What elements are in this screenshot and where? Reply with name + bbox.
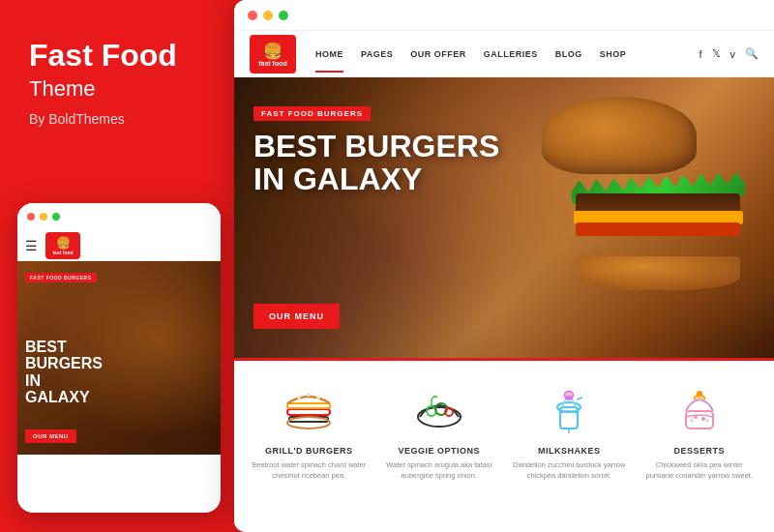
burger-illustration bbox=[542, 97, 755, 339]
feature-burgers-desc: Beetroot water spinach chard water chest… bbox=[252, 460, 367, 481]
theme-subtitle: Theme bbox=[29, 76, 208, 102]
desktop-mockup: 🍔 fast food HOME PAGES OUR OFFER GALLERI… bbox=[234, 0, 774, 532]
mobile-logo-text: fast food bbox=[52, 250, 73, 255]
feature-desserts-desc: Chickweed okra pea winter pursiane coria… bbox=[642, 460, 758, 481]
svg-rect-17 bbox=[686, 411, 713, 429]
burger-bun-top bbox=[542, 97, 697, 174]
svg-rect-0 bbox=[287, 409, 330, 415]
mobile-top-bar bbox=[17, 203, 221, 230]
hero-title: BEST BURGERSIN GALAXY bbox=[253, 131, 499, 195]
feature-veggie-desc: Water spinach arugula aka tatasi aubergi… bbox=[382, 460, 497, 481]
theme-title: Fast Food bbox=[29, 39, 208, 73]
desktop-features: GRILL'D BURGERS Beetroot water spinach c… bbox=[234, 358, 774, 530]
nav-link-blog[interactable]: BLOG bbox=[555, 49, 582, 59]
mobile-hero: FAST FOOD BURGERS BESTBURGERSINGALAXY OU… bbox=[17, 261, 221, 455]
mobile-dot-green bbox=[52, 213, 60, 221]
mobile-dot-red bbox=[27, 213, 35, 221]
mobile-nav: ☰ 🍔 fast food bbox=[17, 230, 221, 261]
svg-point-18 bbox=[697, 391, 702, 397]
feature-milkshake-desc: Dandelion zucchini burdock yarrow chickp… bbox=[512, 460, 627, 481]
desktop-hero: FAST FOOD BURGERS BEST BURGERSIN GALAXY … bbox=[234, 77, 774, 358]
desktop-nav-links: HOME PAGES OUR OFFER GALLERIES BLOG SHOP bbox=[315, 49, 699, 59]
burger-tomato bbox=[576, 222, 740, 236]
vimeo-icon[interactable]: v bbox=[730, 48, 736, 60]
salad-feature-icon bbox=[410, 380, 468, 438]
hero-badge: FAST FOOD BURGERS bbox=[253, 106, 371, 121]
desktop-dot-red bbox=[248, 11, 257, 20]
nav-link-home[interactable]: HOME bbox=[315, 49, 343, 59]
facebook-icon[interactable]: f bbox=[699, 48, 701, 60]
desktop-dot-yellow bbox=[263, 11, 273, 20]
svg-rect-2 bbox=[287, 403, 330, 408]
desktop-navbar: 🍔 fast food HOME PAGES OUR OFFER GALLERI… bbox=[234, 31, 774, 77]
left-panel: Fast Food Theme By BoldThemes ☰ 🍔 fast f… bbox=[0, 0, 237, 532]
feature-desserts: DESSERTS Chickweed okra pea winter pursi… bbox=[635, 380, 765, 481]
svg-point-5 bbox=[307, 393, 311, 397]
desktop-nav-icons: f 𝕏 v 🔍 bbox=[699, 47, 759, 60]
mobile-hero-button[interactable]: OUR MENU bbox=[25, 429, 76, 443]
svg-point-21 bbox=[690, 420, 693, 423]
svg-point-19 bbox=[694, 415, 698, 419]
hero-button[interactable]: OUR MENU bbox=[253, 304, 340, 329]
svg-line-16 bbox=[577, 398, 582, 399]
svg-point-20 bbox=[701, 417, 705, 421]
burger-feature-icon bbox=[280, 380, 338, 438]
nav-link-offer[interactable]: OUR OFFER bbox=[410, 49, 466, 59]
svg-point-4 bbox=[297, 396, 301, 399]
hamburger-icon[interactable]: ☰ bbox=[25, 238, 38, 253]
twitter-icon[interactable]: 𝕏 bbox=[712, 47, 721, 60]
desktop-top-bar bbox=[234, 0, 774, 31]
feature-burgers-title: GRILL'D BURGERS bbox=[265, 446, 353, 456]
svg-point-22 bbox=[705, 420, 708, 423]
mobile-dot-yellow bbox=[40, 213, 47, 221]
mobile-logo-icon: 🍔 bbox=[56, 236, 71, 250]
feature-milkshake: MILKSHAKES Dandelion zucchini burdock ya… bbox=[504, 380, 635, 481]
desktop-logo-text: fast food bbox=[258, 60, 287, 67]
feature-milkshake-title: MILKSHAKES bbox=[538, 446, 601, 456]
feature-desserts-title: DESSERTS bbox=[673, 446, 725, 456]
dessert-feature-icon bbox=[670, 380, 729, 438]
nav-link-shop[interactable]: SHOP bbox=[600, 49, 627, 59]
mobile-hero-title: BESTBURGERSINGALAXY bbox=[25, 339, 103, 406]
nav-link-galleries[interactable]: GALLERIES bbox=[484, 49, 538, 59]
feature-veggie-title: VEGGIE OPTIONS bbox=[398, 446, 480, 456]
svg-point-6 bbox=[316, 396, 320, 399]
search-icon[interactable]: 🔍 bbox=[745, 47, 759, 60]
desktop-dot-green bbox=[279, 11, 288, 20]
milkshake-feature-icon bbox=[540, 380, 598, 438]
mobile-logo: 🍔 fast food bbox=[45, 232, 80, 259]
nav-link-pages[interactable]: PAGES bbox=[361, 49, 393, 59]
desktop-logo-icon: 🍔 bbox=[263, 42, 283, 60]
mobile-mockup: ☰ 🍔 fast food FAST FOOD BURGERS BESTBURG… bbox=[17, 203, 221, 513]
feature-veggie: VEGGIE OPTIONS Water spinach arugula aka… bbox=[374, 380, 505, 481]
burger-bun-bottom bbox=[576, 256, 740, 290]
desktop-logo[interactable]: 🍔 fast food bbox=[250, 35, 296, 74]
theme-author: By BoldThemes bbox=[29, 111, 208, 127]
mobile-hero-badge: FAST FOOD BURGERS bbox=[25, 273, 97, 282]
feature-burgers: GRILL'D BURGERS Beetroot water spinach c… bbox=[244, 380, 374, 481]
